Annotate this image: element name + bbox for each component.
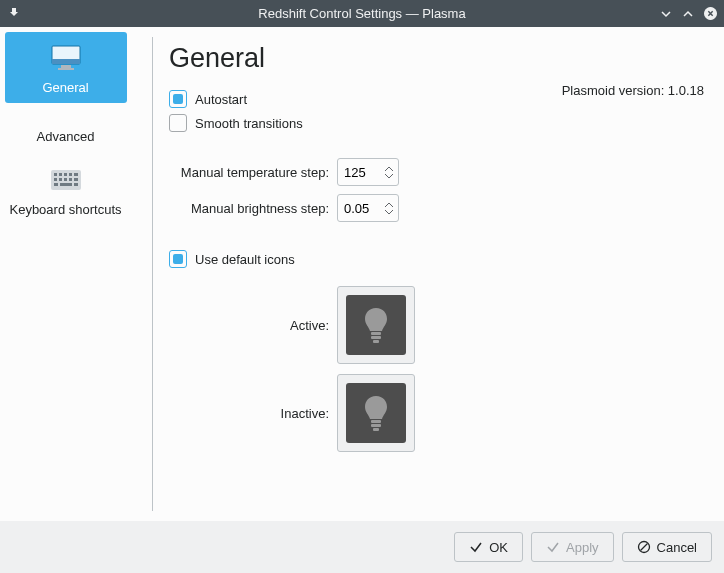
- bulb-icon: [346, 295, 406, 355]
- temperature-step-input[interactable]: [344, 165, 376, 180]
- svg-rect-6: [54, 173, 57, 176]
- smooth-transitions-checkbox[interactable]: [169, 114, 187, 132]
- page-title: General: [169, 43, 704, 74]
- cancel-icon: [637, 540, 651, 554]
- app-icon: [6, 6, 22, 22]
- brightness-step-label: Manual brightness step:: [169, 201, 329, 216]
- sidebar-item-label: General: [42, 80, 88, 95]
- use-default-icons-checkbox[interactable]: [169, 250, 187, 268]
- temperature-step-spinbox[interactable]: [337, 158, 399, 186]
- svg-rect-9: [69, 173, 72, 176]
- maximize-button[interactable]: [680, 6, 696, 22]
- use-default-icons-label: Use default icons: [195, 252, 295, 267]
- monitor-icon: [50, 42, 82, 74]
- sidebar-item-label: Keyboard shortcuts: [9, 202, 121, 217]
- svg-rect-8: [64, 173, 67, 176]
- window-title: Redshift Control Settings — Plasma: [0, 6, 724, 21]
- sidebar-item-general[interactable]: General: [5, 32, 127, 103]
- svg-rect-22: [371, 420, 381, 423]
- svg-rect-21: [373, 340, 379, 343]
- minimize-button[interactable]: [658, 6, 674, 22]
- svg-rect-7: [59, 173, 62, 176]
- svg-rect-4: [58, 68, 74, 70]
- plasmoid-version-label: Plasmoid version: 1.0.18: [562, 83, 704, 98]
- svg-rect-17: [60, 183, 72, 186]
- apply-button-label: Apply: [566, 540, 599, 555]
- sidebar-item-advanced[interactable]: Advanced: [5, 105, 127, 152]
- smooth-transitions-label: Smooth transitions: [195, 116, 303, 131]
- button-bar: OK Apply Cancel: [0, 521, 724, 573]
- brightness-step-up[interactable]: [384, 200, 394, 208]
- sidebar-item-label: Advanced: [37, 129, 95, 144]
- titlebar: Redshift Control Settings — Plasma: [0, 0, 724, 27]
- svg-rect-18: [74, 183, 78, 186]
- svg-rect-3: [61, 65, 71, 68]
- temperature-step-label: Manual temperature step:: [169, 165, 329, 180]
- blank-icon: [50, 115, 82, 123]
- svg-rect-24: [373, 428, 379, 431]
- temperature-step-up[interactable]: [384, 164, 394, 172]
- svg-rect-16: [54, 183, 58, 186]
- svg-rect-13: [64, 178, 67, 181]
- separator: [152, 37, 153, 511]
- apply-button[interactable]: Apply: [531, 532, 614, 562]
- cancel-button[interactable]: Cancel: [622, 532, 712, 562]
- svg-rect-15: [74, 178, 78, 181]
- ok-button[interactable]: OK: [454, 532, 523, 562]
- ok-button-label: OK: [489, 540, 508, 555]
- keyboard-icon: [50, 164, 82, 196]
- svg-line-26: [640, 544, 647, 551]
- svg-rect-11: [54, 178, 57, 181]
- svg-rect-20: [371, 336, 381, 339]
- bulb-icon: [346, 383, 406, 443]
- check-icon: [469, 540, 483, 554]
- active-icon-label: Active:: [169, 318, 329, 333]
- brightness-step-down[interactable]: [384, 208, 394, 216]
- svg-rect-10: [74, 173, 78, 176]
- brightness-step-input[interactable]: [344, 201, 376, 216]
- inactive-icon-label: Inactive:: [169, 406, 329, 421]
- svg-rect-2: [52, 59, 80, 64]
- svg-rect-14: [69, 178, 72, 181]
- sidebar: General Advanced Keyboard shortcuts: [0, 27, 132, 521]
- cancel-button-label: Cancel: [657, 540, 697, 555]
- close-button[interactable]: [702, 6, 718, 22]
- autostart-label: Autostart: [195, 92, 247, 107]
- active-icon-button[interactable]: [337, 286, 415, 364]
- temperature-step-down[interactable]: [384, 172, 394, 180]
- sidebar-item-keyboard-shortcuts[interactable]: Keyboard shortcuts: [5, 154, 127, 225]
- brightness-step-spinbox[interactable]: [337, 194, 399, 222]
- svg-rect-19: [371, 332, 381, 335]
- svg-rect-23: [371, 424, 381, 427]
- autostart-checkbox[interactable]: [169, 90, 187, 108]
- svg-rect-12: [59, 178, 62, 181]
- check-icon: [546, 540, 560, 554]
- inactive-icon-button[interactable]: [337, 374, 415, 452]
